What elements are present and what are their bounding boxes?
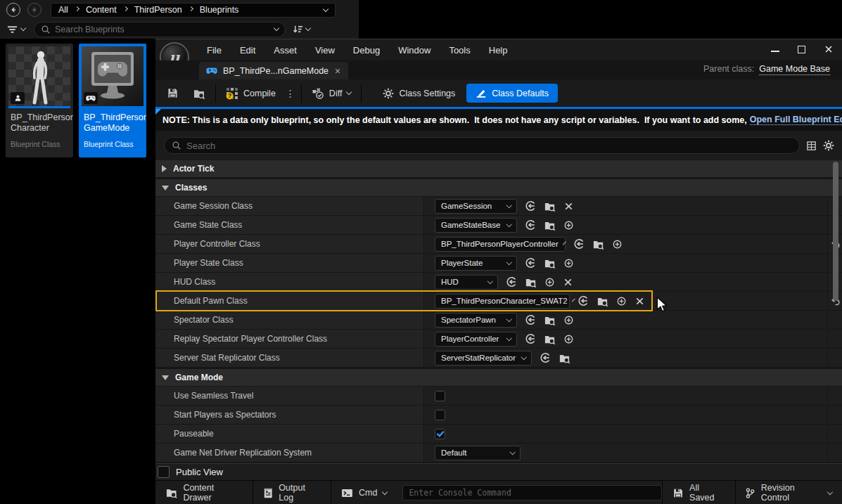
tab-gamemode[interactable]: BP_ThirdPe...nGameMode — [199, 62, 348, 79]
breadcrumb: All Content ThirdPerson Blueprints — [51, 3, 336, 18]
menu-item-view[interactable]: View — [306, 45, 344, 56]
diff-button[interactable]: Diff — [305, 84, 359, 103]
blueprint-tab-icon — [206, 67, 217, 75]
game-state-class-dropdown[interactable]: GameStateBase — [435, 218, 517, 233]
close-button[interactable] — [824, 44, 834, 54]
add-icon[interactable] — [616, 296, 627, 306]
browse-to-asset-icon[interactable] — [592, 238, 604, 250]
revision-control-button[interactable]: Revision Control — [735, 481, 842, 504]
browse-to-asset-icon[interactable] — [559, 352, 570, 364]
asset-search-input[interactable] — [55, 25, 270, 34]
tab-close-icon[interactable] — [334, 67, 341, 75]
player-state-class-dropdown[interactable]: PlayerState — [435, 256, 517, 271]
use-selected-icon[interactable] — [525, 200, 536, 212]
category-classes[interactable]: Classes — [155, 179, 842, 196]
menu-item-window[interactable]: Window — [389, 45, 440, 56]
browse-asset-button[interactable] — [186, 84, 212, 103]
display-mode-icon[interactable] — [806, 141, 817, 151]
game-session-class-dropdown[interactable]: GameSession — [435, 199, 517, 214]
forward-button[interactable] — [27, 3, 42, 17]
add-icon[interactable] — [544, 277, 555, 287]
path-dropdown-icon[interactable] — [323, 6, 328, 11]
details-search-input[interactable] — [186, 141, 792, 151]
sort-button[interactable] — [293, 25, 310, 34]
minimize-button[interactable] — [771, 46, 779, 52]
save-button[interactable] — [160, 84, 186, 103]
compile-options-icon[interactable]: ⋮ — [283, 90, 298, 97]
output-log-button[interactable]: Output Log — [253, 481, 331, 504]
details-scrollbar[interactable] — [833, 162, 838, 301]
pauseable-checkbox[interactable] — [435, 429, 445, 439]
property-label: Replay Spectator Player Controller Class — [155, 330, 424, 348]
filter-button[interactable] — [7, 25, 25, 34]
menu-item-asset[interactable]: Asset — [264, 45, 306, 56]
category-game-mode[interactable]: Game Mode — [155, 369, 842, 386]
use-selected-icon[interactable] — [540, 352, 551, 363]
console-command-field[interactable] — [402, 485, 661, 500]
start-players-as-spectators-checkbox[interactable] — [435, 410, 445, 420]
class-defaults-button[interactable]: Class Defaults — [466, 84, 558, 103]
player-controller-class-dropdown[interactable]: BP_ThirdPersonPlayerController — [435, 237, 566, 252]
default-pawn-class-dropdown[interactable]: BP_ThirdPersonCharacter_SWAT2 — [435, 294, 570, 309]
cmd-button[interactable]: Cmd — [331, 481, 397, 504]
breadcrumb-item-thirdperson[interactable]: ThirdPerson — [134, 5, 182, 15]
compile-button[interactable]: Compile — [219, 84, 283, 103]
category-actor-tick[interactable]: Actor Tick — [155, 160, 842, 177]
browse-to-asset-icon[interactable] — [525, 276, 537, 288]
game-net-driver-replication-dropdown[interactable]: Default — [435, 446, 521, 460]
console-command-input[interactable] — [409, 488, 655, 498]
menu-item-debug[interactable]: Debug — [344, 45, 389, 56]
clear-icon[interactable] — [634, 296, 645, 306]
browse-to-asset-icon[interactable] — [597, 295, 608, 307]
use-selected-icon[interactable] — [525, 314, 536, 325]
browse-to-asset-icon[interactable] — [544, 314, 556, 326]
clear-icon[interactable] — [563, 201, 574, 212]
parent-class-value[interactable]: Game Mode Base — [759, 64, 830, 75]
asset-tile-character[interactable]: BP_ThirdPersonCharacter Blueprint Class — [6, 44, 73, 157]
breadcrumb-item-content[interactable]: Content — [86, 5, 117, 15]
use-selected-icon[interactable] — [578, 295, 589, 306]
details-settings-gear-icon[interactable] — [823, 140, 834, 151]
browse-to-asset-icon[interactable] — [544, 219, 556, 231]
add-icon[interactable] — [563, 220, 574, 231]
use-selected-icon[interactable] — [525, 219, 536, 231]
breadcrumb-item-all[interactable]: All — [58, 5, 68, 15]
back-button[interactable] — [6, 3, 20, 17]
public-view-checkbox[interactable] — [158, 466, 170, 478]
property-label: Server Stat Replicator Class — [155, 349, 424, 367]
clear-icon[interactable] — [563, 277, 573, 287]
class-settings-button[interactable]: Class Settings — [376, 84, 462, 103]
asset-tile-gamemode[interactable]: BP_ThirdPersonGameMode Blueprint Class — [79, 44, 146, 157]
add-icon[interactable] — [563, 258, 574, 269]
menu-item-file[interactable]: File — [198, 45, 231, 56]
maximize-button[interactable] — [798, 46, 805, 53]
all-saved-button[interactable]: All Saved — [663, 481, 735, 504]
use-seamless-travel-checkbox[interactable] — [435, 391, 445, 401]
browse-to-asset-icon[interactable] — [544, 333, 556, 345]
replay-spectator-player-controller-dropdown[interactable]: PlayerController — [435, 332, 517, 347]
public-view-label: Public View — [176, 467, 223, 477]
open-full-blueprint-editor-link[interactable]: Open Full Blueprint Editor — [750, 115, 842, 125]
menu-item-edit[interactable]: Edit — [231, 45, 264, 56]
breadcrumb-item-blueprints[interactable]: Blueprints — [200, 5, 239, 15]
menu-item-help[interactable]: Help — [480, 45, 517, 56]
use-selected-icon[interactable] — [573, 238, 585, 250]
use-selected-icon[interactable] — [525, 257, 536, 269]
server-stat-replicator-dropdown[interactable]: ServerStatReplicator — [435, 351, 532, 366]
add-icon[interactable] — [563, 334, 574, 344]
search-icon — [172, 141, 181, 150]
browse-to-asset-icon[interactable] — [544, 200, 556, 212]
details-search-field[interactable] — [164, 137, 800, 154]
asset-search-field[interactable] — [34, 22, 286, 37]
content-drawer-icon — [165, 486, 177, 499]
use-selected-icon[interactable] — [525, 333, 536, 344]
spectator-class-dropdown[interactable]: SpectatorPawn — [435, 313, 517, 328]
browse-to-asset-icon[interactable] — [544, 257, 556, 269]
menu-item-tools[interactable]: Tools — [440, 45, 479, 56]
search-options-icon[interactable] — [274, 25, 279, 31]
add-icon[interactable] — [563, 315, 574, 325]
hud-class-dropdown[interactable]: HUD — [435, 275, 498, 290]
content-drawer-button[interactable]: Content Drawer — [155, 481, 253, 504]
add-icon[interactable] — [612, 239, 623, 250]
use-selected-icon[interactable] — [506, 276, 517, 287]
